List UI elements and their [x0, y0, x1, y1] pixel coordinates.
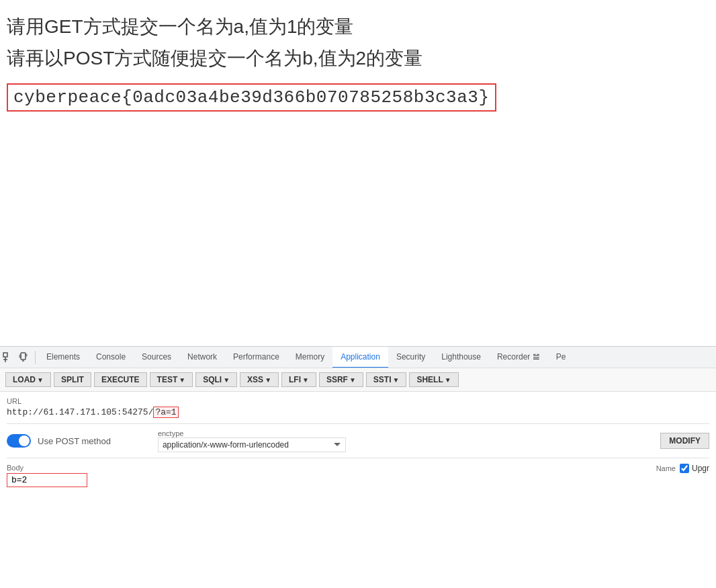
url-field: http://61.147.171.105:54275/?a=1: [7, 407, 709, 418]
tab-application[interactable]: Application: [332, 347, 388, 368]
toggle-knob: [19, 435, 30, 446]
upgrade-checkbox-row: Upgr: [680, 464, 709, 473]
xss-button[interactable]: XSS ▼: [240, 372, 279, 387]
hackbar-toolbar: LOAD ▼ SPLIT EXECUTE TEST ▼ SQLI ▼ XSS ▼…: [0, 368, 716, 392]
test-button[interactable]: TEST ▼: [150, 372, 193, 387]
enctype-select[interactable]: application/x-www-form-urlencoded: [158, 437, 346, 452]
url-field-row: URL http://61.147.171.105:54275/?a=1: [7, 397, 709, 418]
enctype-section: enctype application/x-www-form-urlencode…: [158, 429, 346, 452]
url-label: URL: [7, 397, 709, 405]
shell-button[interactable]: SHELL ▼: [409, 372, 458, 387]
middle-row: Use POST method enctype application/x-ww…: [7, 429, 709, 452]
name-label: Name: [656, 464, 676, 472]
instruction-1: 请用GET方式提交一个名为a,值为1的变量: [7, 13, 709, 40]
tab-lighthouse[interactable]: Lighthouse: [433, 347, 489, 368]
svg-rect-5: [26, 354, 27, 356]
url-divider: [7, 423, 709, 424]
enctype-label: enctype: [158, 429, 346, 437]
tab-bar-divider: [35, 351, 36, 364]
sqli-button[interactable]: SQLI ▼: [195, 372, 237, 387]
flag-display: cyberpeace{0adc03a4be39d366b070785258b3c…: [7, 83, 496, 112]
name-section: Name Upgr: [656, 464, 709, 473]
main-content: 请用GET方式提交一个名为a,值为1的变量 请再以POST方式随便提交一个名为b…: [0, 0, 716, 349]
svg-rect-0: [3, 353, 7, 357]
tab-security[interactable]: Security: [388, 347, 433, 368]
tab-recorder[interactable]: Recorder 𝌡: [489, 347, 548, 368]
tab-network[interactable]: Network: [179, 347, 225, 368]
post-method-row: Use POST method: [7, 434, 111, 448]
svg-rect-4: [19, 355, 21, 358]
body-divider: [7, 458, 709, 458]
ssrf-button[interactable]: SSRF ▼: [319, 372, 363, 387]
tab-memory[interactable]: Memory: [287, 347, 332, 368]
instruction-2: 请再以POST方式随便提交一个名为b,值为2的变量: [7, 45, 709, 71]
tab-console[interactable]: Console: [88, 347, 134, 368]
body-label: Body: [7, 464, 87, 472]
execute-button[interactable]: EXECUTE: [94, 372, 147, 387]
post-method-toggle[interactable]: [7, 434, 31, 448]
devtools-inspect-icon[interactable]: [0, 349, 16, 366]
tab-performance[interactable]: Performance: [225, 347, 287, 368]
tab-elements[interactable]: Elements: [38, 347, 88, 368]
tab-sources[interactable]: Sources: [134, 347, 179, 368]
modify-button[interactable]: MODIFY: [660, 433, 709, 449]
url-prefix: http://61.147.171.105:54275/: [7, 407, 153, 417]
load-button[interactable]: LOAD ▼: [5, 372, 51, 387]
body-row: Body Name Upgr: [7, 464, 709, 487]
lfi-button[interactable]: LFI ▼: [281, 372, 316, 387]
url-param[interactable]: ?a=1: [153, 407, 178, 418]
upgrade-checkbox[interactable]: [680, 464, 689, 473]
split-button[interactable]: SPLIT: [54, 372, 91, 387]
tab-pe[interactable]: Pe: [548, 347, 574, 368]
svg-rect-3: [21, 353, 26, 360]
devtools-device-icon[interactable]: [16, 349, 32, 366]
devtools-tab-bar: Elements Console Sources Network Perform…: [0, 347, 716, 368]
body-input[interactable]: [7, 473, 87, 487]
ssti-button[interactable]: SSTI ▼: [366, 372, 407, 387]
devtools-panel: Elements Console Sources Network Perform…: [0, 346, 716, 588]
hackbar-body: URL http://61.147.171.105:54275/?a=1 Use…: [0, 392, 716, 588]
body-field-wrap: Body: [7, 464, 87, 487]
upgrade-label: Upgr: [692, 464, 709, 473]
post-method-label: Use POST method: [38, 436, 111, 446]
